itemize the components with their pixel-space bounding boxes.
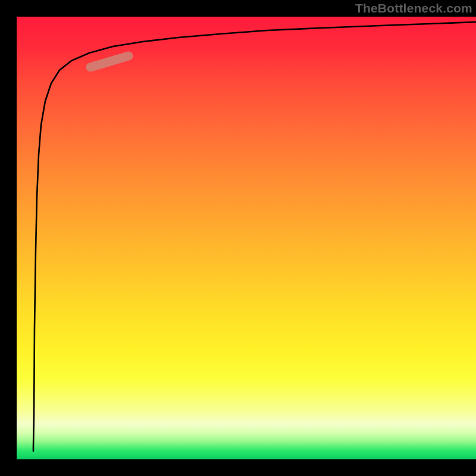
watermark-text: TheBottleneck.com bbox=[355, 1, 472, 15]
chart-gradient-background bbox=[17, 17, 476, 459]
